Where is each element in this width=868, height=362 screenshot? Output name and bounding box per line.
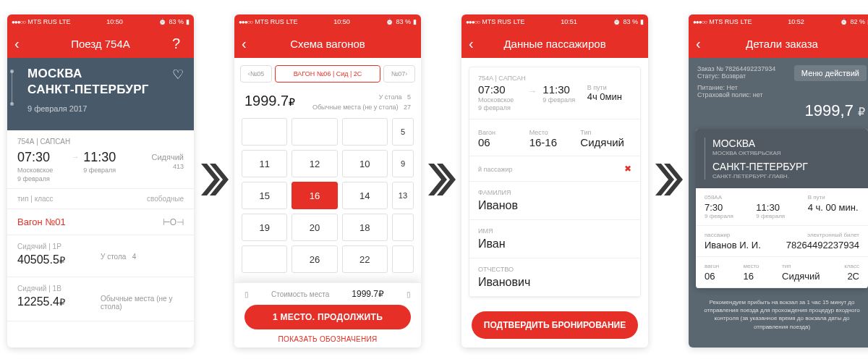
arrival-time: 11:30: [83, 150, 133, 165]
table-icon: ▯: [244, 290, 249, 298]
flow-arrow-icon: [654, 158, 683, 204]
legend-link[interactable]: ПОКАЗАТЬ ОБОЗНАЧЕНИЯ: [244, 335, 411, 343]
seat[interactable]: [292, 118, 337, 146]
seat[interactable]: 15: [242, 182, 287, 209]
back-icon[interactable]: ‹: [14, 36, 29, 51]
screen-order-details: ●●●○○MTS RUSLTE 10:52 ⏰82 %▮ ‹ Детали за…: [689, 14, 868, 348]
seat[interactable]: 18: [342, 214, 388, 241]
travel-date: 9 февраля 2017: [27, 104, 184, 113]
seat[interactable]: [392, 245, 414, 273]
seat[interactable]: 26: [292, 245, 337, 273]
class-row-1[interactable]: Сидячий | 1Р 40505.5₽ У стола 4: [7, 235, 194, 277]
seat[interactable]: 11: [242, 150, 287, 177]
navbar: ‹ Поезд 754А ?: [7, 29, 194, 58]
patronymic-field[interactable]: ОТЧЕСТВО Иванович: [469, 258, 640, 297]
seat[interactable]: 13: [392, 182, 414, 209]
wagon-tabs: ‹№05 ВАГОН №06 | Сид | 2С №07›: [234, 58, 421, 90]
wagon-row[interactable]: Вагон №01 ⊢O⊣: [7, 209, 194, 235]
order-meta: Заказ № 78264492237934 Статус: Возврат П…: [689, 58, 868, 101]
favorite-icon[interactable]: ♡: [172, 67, 184, 83]
coupling-icon: ⊢O⊣: [163, 217, 184, 227]
help-icon[interactable]: ?: [172, 36, 187, 51]
footer-note: Рекомендуем прибыть на вокзал за 1 час 1…: [689, 292, 868, 337]
columns-header: тип | класс свободные: [7, 189, 194, 209]
seat[interactable]: [242, 245, 287, 273]
tab-next-wagon[interactable]: №07›: [383, 65, 415, 83]
status-bar: ●●●○○MTS RUSLTE 10:52 ⏰82 %▮: [689, 14, 868, 29]
status-bar: ●●●○○MTS RUSLTE 10:51 ⏰83 %▮: [461, 14, 648, 29]
page-title: Схема вагонов: [256, 38, 399, 50]
confirm-booking-button[interactable]: ПОДТВЕРДИТЬ БРОНИРОВАНИЕ: [472, 311, 638, 339]
from-city: МОСКВА: [27, 67, 184, 81]
name-field[interactable]: ИМЯ Иван: [469, 220, 640, 258]
departure-time: 07:30: [17, 150, 67, 165]
class-row-2[interactable]: Сидячий | 1В 12255.4₽ Обычные места (не …: [7, 277, 194, 321]
seat[interactable]: 12: [292, 150, 337, 177]
seat[interactable]: [392, 214, 414, 241]
arrow-icon: →: [72, 153, 79, 161]
price-legend: 1999.7₽ У стола 5 Обычные места (не у ст…: [234, 90, 421, 118]
seat-selected[interactable]: 16: [292, 182, 337, 209]
tab-current-wagon[interactable]: ВАГОН №06 | Сид | 2С: [275, 65, 380, 83]
arrow-icon: →: [528, 86, 537, 111]
surname-field[interactable]: ФАМИЛИЯ Иванов: [469, 182, 640, 220]
seat[interactable]: 5: [392, 118, 414, 146]
delete-icon[interactable]: ✖: [624, 164, 631, 174]
status-bar: ●●●○○MTS RUSLTE 10:50 ⏰83 %▮: [234, 14, 421, 29]
navbar: ‹ Схема вагонов: [234, 29, 421, 58]
ticket-card: МОСКВА МОСКВА ОКТЯБРЬСКАЯ САНКТ-ПЕТЕРБУР…: [696, 129, 868, 288]
flow-arrow-icon: [200, 158, 229, 204]
train-summary: 754А | САПСАН 07:30 Московское 9 февраля…: [7, 130, 194, 189]
to-city: САНКТ-ПЕТЕРБУРГ: [27, 83, 184, 97]
seat[interactable]: [242, 118, 287, 146]
navbar: ‹ Детали заказа: [689, 29, 868, 58]
seat[interactable]: 20: [292, 214, 337, 241]
tab-prev-wagon[interactable]: ‹№05: [240, 65, 272, 83]
train-code: 754А | САПСАН: [17, 138, 184, 146]
route-hero: МОСКВА САНКТ-ПЕТЕРБУРГ 9 февраля 2017 ♡: [7, 58, 194, 130]
seat[interactable]: [342, 118, 388, 146]
seat[interactable]: 22: [342, 245, 388, 273]
seat[interactable]: 14: [342, 182, 388, 209]
footer-panel: ▯ Стоимость места 1999.7₽ ▯ 1 МЕСТО. ПРО…: [234, 282, 421, 348]
seat-grid: 5 1112109 15161413 192018 2622: [234, 118, 421, 273]
passenger-header: й пассажир ✖: [469, 156, 640, 182]
page-title: Детали заказа: [710, 38, 854, 50]
back-icon[interactable]: ‹: [469, 36, 483, 51]
page-title: Данные пассажиров: [483, 38, 626, 50]
summary-card: 754А | САПСАН 07:30 Московское 9 февраля…: [469, 67, 641, 298]
table-icon: ▯: [407, 290, 411, 298]
back-icon[interactable]: ‹: [242, 36, 256, 51]
total-price: 1999,7 ₽: [689, 101, 868, 129]
back-icon[interactable]: ‹: [696, 36, 710, 51]
status-bar: ●●●○○MTS RUSLTE 10:50 ⏰83 %▮: [7, 14, 194, 29]
actions-menu-button[interactable]: Меню действий: [794, 65, 867, 81]
screen-passenger-data: ●●●○○MTS RUSLTE 10:51 ⏰83 %▮ ‹ Данные па…: [461, 14, 648, 348]
seat[interactable]: 9: [392, 150, 414, 177]
page-title: Поезд 754А: [29, 38, 172, 50]
seat[interactable]: 10: [342, 150, 388, 177]
continue-button[interactable]: 1 МЕСТО. ПРОДОЛЖИТЬ: [244, 305, 411, 329]
navbar: ‹ Данные пассажиров: [461, 29, 648, 58]
seat[interactable]: 19: [242, 214, 287, 241]
screen-train-details: ●●●○○MTS RUSLTE 10:50 ⏰83 %▮ ‹ Поезд 754…: [7, 14, 194, 348]
screen-seat-map: ●●●○○MTS RUSLTE 10:50 ⏰83 %▮ ‹ Схема ваг…: [234, 14, 421, 348]
flow-arrow-icon: [427, 158, 456, 204]
